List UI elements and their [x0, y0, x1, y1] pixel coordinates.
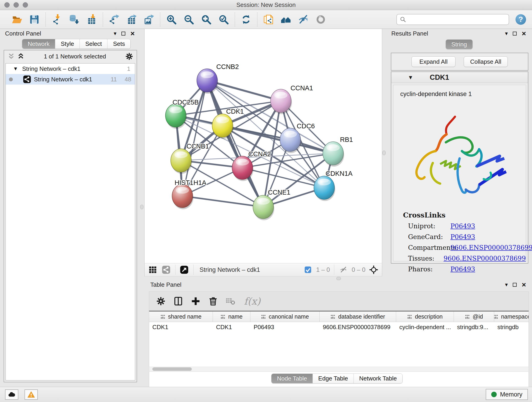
column-header-namespace[interactable]: namespace — [494, 312, 529, 322]
graph-node-CDC6[interactable]: CDC6 — [280, 122, 315, 153]
column-header-canonical-name[interactable]: canonical name — [250, 312, 320, 322]
network-from-file-icon[interactable] — [263, 13, 274, 26]
collapse-all-button[interactable]: Collapse All — [464, 56, 508, 67]
help-glyph: ? — [519, 15, 523, 24]
tab-network-table[interactable]: Network Table — [354, 374, 402, 383]
home-icon[interactable] — [280, 13, 292, 26]
refresh-icon[interactable] — [240, 13, 252, 26]
graph-edge-CCNB2-HIST1H1A[interactable] — [182, 80, 207, 196]
cloud-status-button[interactable] — [5, 389, 18, 400]
graph-node-HIST1H1A[interactable]: HIST1H1A — [172, 179, 206, 209]
graph-edge-CCNB2-CCNE1[interactable] — [207, 80, 263, 207]
import-table-icon[interactable] — [86, 13, 98, 26]
show-columns-icon[interactable] — [173, 296, 184, 306]
graph-node-CCNB2[interactable]: CCNB2 — [197, 63, 239, 94]
splitter-handle[interactable] — [382, 151, 386, 155]
tab-sets[interactable]: Sets — [108, 39, 130, 49]
selected-checkbox-icon[interactable] — [303, 265, 313, 275]
zoom-out-icon[interactable] — [183, 13, 195, 26]
panel-collapse-icon[interactable]: ▾ — [114, 30, 116, 37]
panel-collapse-icon[interactable]: ▾ — [505, 30, 508, 37]
search-input[interactable] — [406, 16, 506, 23]
column-header-description[interactable]: description — [396, 312, 454, 322]
panel-float-icon[interactable] — [121, 32, 125, 36]
column-header-database-identifier[interactable]: database identifier — [320, 312, 396, 322]
table-row[interactable]: CDK1CDK1P064939606.ENSP00000378699cyclin… — [149, 322, 529, 332]
node-expander-icon[interactable]: ▼ — [408, 74, 413, 81]
column-header-shared-name[interactable]: shared name — [149, 312, 213, 322]
crosslink-compartments-link[interactable]: 9606.ENSP00000378699 — [450, 244, 532, 251]
memory-button[interactable]: Memory — [486, 389, 528, 400]
tab-network[interactable]: Network — [22, 39, 55, 49]
zoom-in-icon[interactable] — [165, 13, 177, 26]
show-grid-icon[interactable] — [148, 265, 158, 275]
hide-panel-icon[interactable] — [298, 13, 309, 26]
network-edge-count: 48 — [125, 76, 131, 83]
string-view-icon[interactable] — [161, 265, 171, 275]
export-network-icon[interactable] — [108, 13, 120, 26]
fit-selected-crosshair-icon[interactable] — [369, 265, 379, 275]
tab-node-table[interactable]: Node Table — [272, 374, 313, 383]
minimize-window-button[interactable] — [13, 2, 19, 7]
add-column-icon[interactable] — [190, 296, 201, 306]
crosslink-genecard-link[interactable]: P06493 — [450, 233, 475, 241]
import-network-icon[interactable] — [51, 13, 63, 26]
tab-style[interactable]: Style — [55, 39, 80, 49]
panel-close-icon[interactable]: × — [522, 281, 526, 288]
birds-eye-view-icon[interactable] — [179, 265, 189, 275]
warnings-button[interactable] — [25, 389, 38, 400]
splitter-handle[interactable] — [140, 205, 143, 209]
graph-node-CCNA1[interactable]: CCNA1 — [271, 84, 313, 114]
scrollbar-thumb[interactable] — [152, 367, 192, 371]
network-canvas[interactable]: CCNB2CCNA1CDC25BCDK1CDC6RB1CCNB1CCNA2CDK… — [144, 29, 382, 263]
open-icon[interactable] — [11, 13, 23, 26]
graph-node-CCNE1[interactable]: CCNE1 — [253, 189, 290, 220]
table-horizontal-scrollbar[interactable] — [149, 367, 529, 372]
export-table-icon[interactable] — [126, 13, 138, 26]
save-icon[interactable] — [28, 13, 40, 26]
crosslink-pharos-link[interactable]: P06493 — [450, 265, 475, 273]
network-collection-row[interactable]: ▼ String Network – cdk1 1 — [6, 64, 135, 74]
crosslink-uniprot-link[interactable]: P06493 — [450, 222, 475, 230]
node-label-CDKN1A: CDKN1A — [326, 170, 353, 177]
tab-edge-table[interactable]: Edge Table — [313, 374, 354, 383]
graph-node-CDKN1A[interactable]: CDKN1A — [314, 170, 353, 201]
splitter-handle[interactable] — [336, 277, 341, 280]
collapse-all-networks-icon[interactable] — [17, 52, 25, 60]
network-row-selected[interactable]: String Network – cdk1 11 48 — [6, 74, 135, 85]
network-graph: CCNB2CCNA1CDC25BCDK1CDC6RB1CCNB1CCNA2CDK… — [145, 29, 382, 263]
crosslink-label: Uniprot: — [408, 222, 450, 230]
graph-edge-CDK1-RB1[interactable] — [222, 126, 333, 153]
network-options-gear-icon[interactable] — [125, 52, 133, 61]
panel-float-icon[interactable] — [513, 283, 517, 287]
delete-column-icon[interactable] — [208, 296, 218, 306]
search-box[interactable] — [396, 14, 509, 25]
help-button[interactable]: ? — [515, 14, 526, 25]
column-header--id[interactable]: @id — [454, 312, 494, 322]
tab-string[interactable]: String — [446, 40, 472, 49]
zoom-selected-icon[interactable] — [218, 13, 230, 26]
zoom-fit-icon[interactable] — [200, 13, 212, 26]
panel-float-icon[interactable] — [513, 32, 517, 36]
expand-all-button[interactable]: Expand All — [412, 56, 456, 67]
tab-select[interactable]: Select — [80, 39, 108, 49]
export-image-icon[interactable] — [143, 13, 155, 26]
zoom-window-button[interactable] — [23, 2, 28, 7]
table-header-row: shared namenamecanonical namedatabase id… — [149, 312, 529, 322]
import-database-icon[interactable] — [68, 13, 80, 26]
expand-all-networks-icon[interactable] — [7, 52, 15, 60]
panel-close-icon[interactable]: × — [130, 30, 135, 37]
panel-close-icon[interactable]: × — [522, 30, 526, 37]
column-header-name[interactable]: name — [213, 312, 250, 322]
crosslinks-section: CrossLinks Uniprot:P06493GeneCard:P06493… — [393, 211, 526, 273]
graph-node-RB1[interactable]: RB1 — [323, 136, 353, 167]
node-details-header[interactable]: ▼ CDK1 — [391, 72, 528, 83]
crosslink-row: Compartments:9606.ENSP00000378699 — [393, 244, 526, 251]
table-options-gear-icon[interactable] — [156, 296, 166, 306]
show-panel-icon[interactable] — [315, 13, 327, 26]
graph-edge-HIST1H1A-CCNE1[interactable] — [182, 196, 263, 207]
panel-collapse-icon[interactable]: ▾ — [505, 281, 508, 288]
collection-expander-icon[interactable]: ▼ — [13, 66, 18, 72]
close-window-button[interactable] — [4, 2, 10, 7]
crosslink-tissues-link[interactable]: 9606.ENSP00000378699 — [443, 255, 526, 262]
